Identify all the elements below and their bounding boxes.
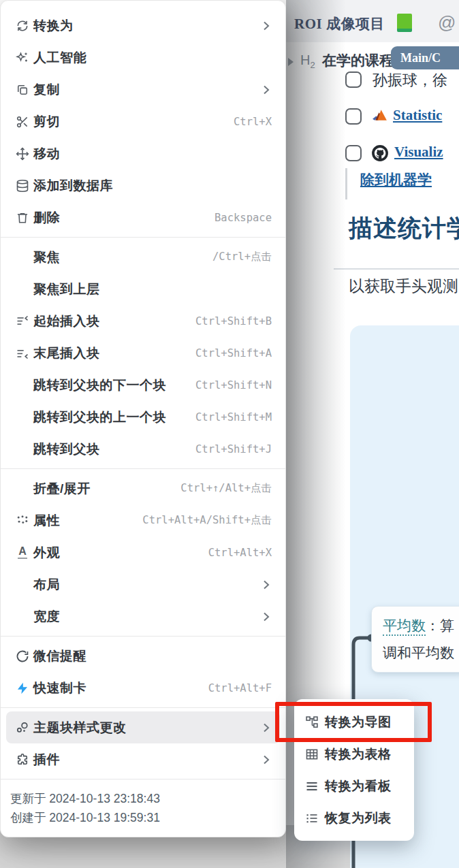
menu-divider [1,636,285,637]
attributes-icon [16,514,29,528]
database-icon [16,179,29,193]
annotation-red-box [275,702,432,742]
puzzle-icon [16,753,29,767]
task-link[interactable]: 除到机器学 [360,170,432,189]
notebook-icon [397,14,412,32]
list-icon [305,811,319,825]
chevron-right-icon [259,19,272,33]
scissors-icon [16,115,29,129]
task-checkbox[interactable] [345,108,362,125]
menu-item-copy[interactable]: 复制 [1,74,285,106]
mention-symbol: @ [438,12,456,33]
updated-timestamp: 更新于 2024-10-13 23:18:43 [10,789,272,808]
menu-item-wechat-reminder[interactable]: 微信提醒 [1,640,285,672]
menu-item-add-to-database[interactable]: 添加到数据库 [1,170,285,202]
chevron-right-icon [259,610,272,624]
menu-divider [1,468,285,469]
trash-icon [16,211,29,225]
appearance-icon: A [16,546,29,560]
menu-item-attributes[interactable]: 属性 Ctrl+Alt+A/Shift+点击 [1,504,285,536]
created-timestamp: 创建于 2024-10-13 19:59:31 [10,808,272,827]
heading-divider [334,268,459,270]
menu-item-move[interactable]: 移动 [1,138,285,170]
heading-level-tag: H2 [300,52,315,70]
github-icon [371,144,389,165]
task-checkbox[interactable] [345,71,362,88]
document-title: ROI 成像项目 [294,14,385,33]
page-heading: 描述统计学 [349,212,459,244]
menu-item-cut[interactable]: 剪切 Ctrl+X [1,106,285,138]
menu-item-delete[interactable]: 删除 Backspace [1,202,285,234]
kanban-icon [305,779,319,793]
paragraph-text: 以获取手头观测 [349,276,458,297]
menu-footer: 更新于 2024-10-13 23:18:43 创建于 2024-10-13 1… [1,783,285,837]
menu-item-quick-card[interactable]: 快速制卡 Ctrl+Alt+F [1,672,285,704]
menu-item-jump-parent[interactable]: 跳转到父块 Ctrl+Shift+J [1,433,285,465]
submenu-item-restore-to-list[interactable]: 恢复为列表 [294,802,414,834]
menu-item-appearance[interactable]: A 外观 Ctrl+Alt+X [1,536,285,568]
menu-item-jump-prev-sibling[interactable]: 跳转到父块的上一个块 Ctrl+Shift+M [1,401,285,433]
insert-end-icon [16,347,29,360]
mindmap-node[interactable]: 平均数：算 调和平均数 [371,606,459,673]
block-indent-guide [345,168,347,199]
menu-item-insert-start[interactable]: 起始插入块 Ctrl+Shift+B [1,305,285,337]
menu-item-focus-parent[interactable]: 聚焦到上层 [1,273,285,305]
task-checkbox[interactable] [345,145,362,161]
menu-item-focus[interactable]: 聚焦 /Ctrl+点击 [1,241,285,273]
chevron-right-icon [259,578,272,592]
menu-item-layout[interactable]: 布局 [1,568,285,600]
menu-divider [1,237,285,238]
move-icon [16,147,29,161]
task-link[interactable]: Visualiz [394,144,443,161]
matlab-icon [372,108,389,127]
convert-icon [16,19,29,33]
task-text: 孙振球，徐 [373,70,447,91]
collapse-caret-icon[interactable] [288,58,294,66]
section-heading: 在学的课程 [322,51,394,70]
chevron-right-icon [259,83,272,97]
menu-item-convert[interactable]: 转换为 [1,10,285,42]
menu-item-plugins[interactable]: 插件 [1,743,285,775]
node-line2: 调和平均数 [383,639,459,666]
node-term-rest: ：算 [426,617,454,634]
menu-divider [1,707,285,708]
insert-start-icon [16,315,29,328]
menu-item-fold-unfold[interactable]: 折叠/展开 Ctrl+↑/Alt+点击 [1,472,285,504]
menu-item-theme-block-style[interactable]: 主题块样式更改 [6,711,280,743]
tag-badge[interactable]: Main/C [391,46,459,69]
menu-divider [1,779,285,779]
context-menu: 转换为 人工智能 复制 剪切 Ctrl+X 移动 添加到数据库 删除 [0,0,286,837]
task-link[interactable]: Statistic [393,107,442,124]
table-icon [305,748,319,761]
sparkles-icon [16,51,29,65]
submenu-item-convert-to-kanban[interactable]: 转换为看板 [294,770,414,802]
flash-icon [16,681,29,695]
chevron-right-icon [259,721,272,735]
chevron-right-icon [259,753,272,767]
submenu-item-convert-to-table[interactable]: 转换为表格 [294,738,414,770]
menu-item-width[interactable]: 宽度 [1,600,285,632]
menu-item-jump-next-sibling[interactable]: 跳转到父块的下一个块 Ctrl+Shift+N [1,369,285,401]
node-term[interactable]: 平均数 [383,617,426,636]
menu-item-ai[interactable]: 人工智能 [1,42,285,74]
theme-style-icon [16,721,29,735]
wechat-reminder-icon [16,649,29,663]
menu-item-insert-end[interactable]: 末尾插入块 Ctrl+Shift+A [1,337,285,369]
app-window: ROI 成像项目 @ H2 在学的课程 Main/C 孙振球，徐 Statist… [0,0,459,868]
copy-icon [16,83,29,97]
